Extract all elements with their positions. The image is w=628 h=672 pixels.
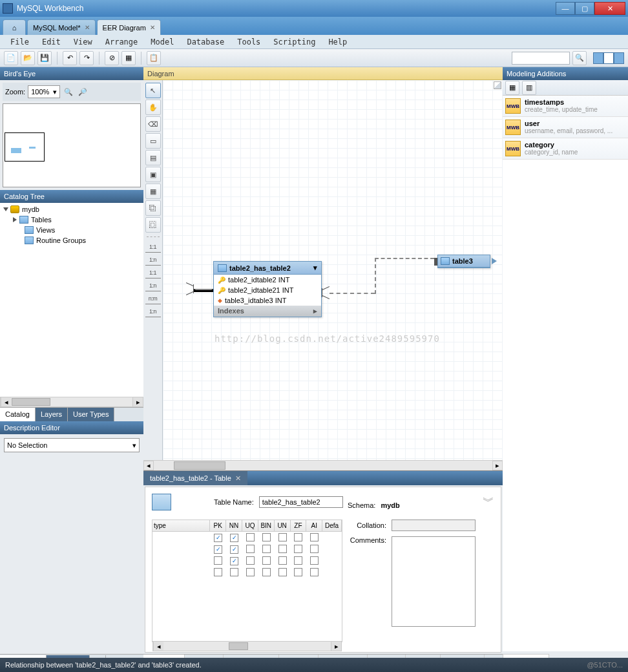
grid-button[interactable]: ⊘ <box>105 51 119 65</box>
menu-model[interactable]: Model <box>144 36 180 48</box>
add-folder-button[interactable]: ▥ <box>522 81 536 95</box>
checkbox[interactable] <box>262 533 271 541</box>
tree-tables[interactable]: Tables <box>1 215 142 225</box>
minimize-button[interactable]: — <box>556 2 575 15</box>
search-button[interactable]: 🔍 <box>572 51 587 65</box>
routine-tool[interactable]: ⿴ <box>145 217 161 233</box>
checkbox[interactable] <box>294 545 302 553</box>
tab-catalog[interactable]: Catalog <box>0 408 36 421</box>
new-file-button[interactable]: 📄 <box>4 51 18 65</box>
zoom-select[interactable]: 100% ▾ <box>28 85 60 98</box>
minimap[interactable] <box>3 103 141 187</box>
table-tool[interactable]: ▦ <box>145 184 161 199</box>
tab-model[interactable]: MySQL Model* ✕ <box>27 19 96 35</box>
redo-button[interactable]: ↷ <box>79 51 94 65</box>
menu-help[interactable]: Help <box>322 36 353 48</box>
checkbox[interactable] <box>310 568 319 576</box>
scroll-left-icon[interactable]: ◂ <box>143 461 154 470</box>
checkbox[interactable] <box>278 533 287 541</box>
checkbox[interactable]: ✓ <box>214 534 222 542</box>
catalog-scrollbar[interactable]: ◂ ▸ <box>0 397 143 407</box>
addition-item[interactable]: MWB timestamps create_time, update_time <box>503 96 628 117</box>
hand-tool[interactable]: ✋ <box>145 100 161 115</box>
close-icon[interactable]: ✕ <box>150 24 155 31</box>
rel-1-n-existing[interactable]: 1:n <box>145 306 161 317</box>
scroll-left-icon[interactable]: ◂ <box>153 642 163 642</box>
menu-database[interactable]: Database <box>180 36 231 48</box>
align-button[interactable]: ▦ <box>121 51 136 65</box>
menu-edit[interactable]: Edit <box>36 36 67 48</box>
entity-table2-has-table2[interactable]: table2_has_table2 ▾ 🔑table2_idtable2 INT… <box>213 261 322 317</box>
close-icon[interactable]: ✕ <box>85 24 90 31</box>
menu-view[interactable]: View <box>67 36 99 48</box>
grid-scrollbar[interactable]: ◂ ▸ <box>152 641 342 642</box>
checkbox[interactable] <box>214 556 222 565</box>
rel-1-n-non[interactable]: 1:n <box>145 254 161 266</box>
checkbox[interactable] <box>262 568 271 576</box>
maximize-button[interactable]: ▢ <box>575 2 594 15</box>
open-file-button[interactable]: 📂 <box>21 51 35 65</box>
addition-item[interactable]: MWB user username, email, password, ... <box>503 117 628 138</box>
rel-1-1-non[interactable]: 1:1 <box>145 241 161 253</box>
checkbox[interactable] <box>246 568 255 576</box>
image-tool[interactable]: ▣ <box>145 167 161 182</box>
menu-file[interactable]: File <box>4 36 36 48</box>
zoom-out-button[interactable]: 🔎 <box>77 86 89 98</box>
scroll-thumb[interactable] <box>174 461 225 470</box>
checkbox[interactable] <box>214 568 222 576</box>
search-input[interactable] <box>512 52 570 65</box>
rel-1-1-id[interactable]: 1:1 <box>145 267 161 278</box>
entity-table3[interactable]: table3 <box>437 255 490 268</box>
layout-bottom-button[interactable] <box>603 52 614 64</box>
checkbox[interactable] <box>310 545 319 553</box>
checkbox[interactable] <box>278 545 287 553</box>
addition-item[interactable]: MWB category category_id, name <box>503 138 628 160</box>
tree-db[interactable]: mydb <box>1 204 142 215</box>
close-button[interactable]: ✕ <box>594 2 625 15</box>
checkbox[interactable] <box>278 556 287 565</box>
checkbox[interactable] <box>262 545 271 553</box>
checkbox[interactable] <box>262 556 271 565</box>
tab-eer[interactable]: EER Diagram ✕ <box>97 19 161 35</box>
tab-layers[interactable]: Layers <box>36 408 68 421</box>
grid-row[interactable] <box>152 567 342 578</box>
description-select[interactable]: No Selection ▾ <box>4 438 140 452</box>
checkbox[interactable] <box>246 533 255 541</box>
checkbox[interactable] <box>294 568 302 576</box>
checkbox[interactable] <box>278 568 287 576</box>
grid-row[interactable]: ✓ <box>152 555 342 567</box>
undo-button[interactable]: ↶ <box>63 51 77 65</box>
menu-arrange[interactable]: Arrange <box>99 36 145 48</box>
checkbox[interactable] <box>246 545 255 553</box>
menu-tools[interactable]: Tools <box>231 36 267 48</box>
scroll-right-icon[interactable]: ▸ <box>132 397 143 406</box>
layout-left-button[interactable] <box>593 52 603 64</box>
collation-select[interactable] <box>392 520 476 531</box>
diagram-canvas[interactable]: table2_has_table2 ▾ 🔑table2_idtable2 INT… <box>163 80 503 460</box>
view-tool[interactable]: ⿻ <box>145 200 161 216</box>
checkbox[interactable] <box>294 533 302 541</box>
scroll-right-icon[interactable]: ▸ <box>492 461 503 470</box>
checkbox[interactable]: ✓ <box>214 545 222 554</box>
grid-row[interactable]: ✓✓ <box>152 532 342 543</box>
table-name-input[interactable] <box>259 496 343 508</box>
add-template-button[interactable]: ▦ <box>505 81 519 95</box>
checkbox[interactable] <box>310 556 319 565</box>
menu-scripting[interactable]: Scripting <box>267 36 322 48</box>
close-icon[interactable]: ✕ <box>235 474 241 483</box>
home-tab[interactable]: ⌂ <box>3 19 26 35</box>
columns-grid[interactable]: type PK NN UQ BIN UN ZF AI Defa ✓✓✓✓✓ <box>152 520 342 642</box>
pointer-tool[interactable]: ↖ <box>145 83 161 98</box>
checkbox[interactable] <box>230 568 238 576</box>
eraser-tool[interactable]: ⌫ <box>145 116 161 132</box>
scroll-right-icon[interactable]: ▸ <box>331 642 341 642</box>
editor-tab[interactable]: table2_has_table2 - Table ✕ <box>143 471 247 485</box>
checkbox[interactable]: ✓ <box>230 557 238 565</box>
checkbox[interactable]: ✓ <box>230 534 238 542</box>
tree-views[interactable]: Views <box>1 225 142 235</box>
rel-1-n-id[interactable]: 1:n <box>145 280 161 291</box>
zoom-in-button[interactable]: 🔍 <box>63 86 74 98</box>
export-button[interactable]: 📋 <box>147 51 161 65</box>
checkbox[interactable] <box>310 533 319 541</box>
checkbox[interactable] <box>294 556 302 565</box>
